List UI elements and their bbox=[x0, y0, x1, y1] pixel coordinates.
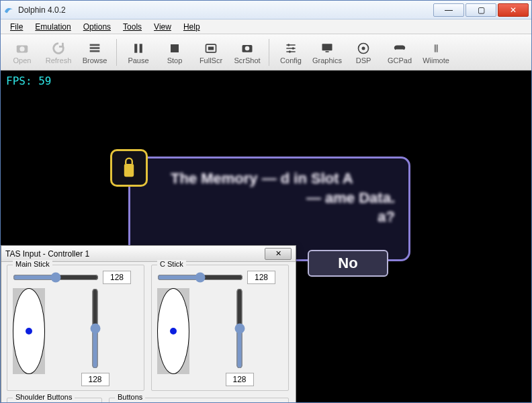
no-button[interactable]: No bbox=[308, 250, 388, 277]
svg-point-11 bbox=[245, 46, 250, 50]
gcpad-button[interactable]: GCPad bbox=[382, 36, 417, 69]
svg-point-13 bbox=[292, 47, 294, 49]
pause-icon bbox=[130, 40, 147, 56]
buttons-group: Buttons A B X Y L R Z Start Up bbox=[109, 398, 289, 402]
c-stick-group: C Stick 128 128 bbox=[151, 265, 289, 391]
svg-rect-3 bbox=[90, 47, 100, 49]
wiimote-button[interactable]: Wiimote bbox=[418, 36, 453, 69]
c-stick-x-value[interactable]: 128 bbox=[247, 271, 275, 284]
pause-button[interactable]: Pause bbox=[121, 36, 156, 69]
c-stick-y-value[interactable]: 128 bbox=[226, 373, 254, 386]
group-label: C Stick bbox=[157, 260, 186, 268]
remote-icon bbox=[427, 40, 445, 56]
screenshot-button[interactable]: ScrShot bbox=[230, 36, 265, 69]
browse-button[interactable]: Browse bbox=[77, 36, 112, 69]
group-label: Shoulder Buttons bbox=[13, 393, 75, 401]
shoulder-group: Shoulder Buttons 0 0 bbox=[7, 398, 102, 402]
warning-icon bbox=[110, 149, 148, 187]
toolbar-separator bbox=[269, 39, 269, 66]
svg-point-14 bbox=[289, 50, 291, 52]
main-stick-x-value[interactable]: 128 bbox=[103, 271, 131, 284]
dialog-text-line3: a? bbox=[171, 208, 395, 227]
open-button: Open bbox=[5, 36, 40, 69]
svg-rect-6 bbox=[140, 44, 142, 52]
svg-point-18 bbox=[362, 46, 365, 50]
svg-point-12 bbox=[287, 44, 290, 46]
menu-bar: File Emulation Options Tools View Help bbox=[1, 19, 531, 34]
dialog-text-line2: — ame Data. bbox=[171, 189, 395, 208]
list-icon bbox=[86, 40, 103, 56]
main-stick-pad[interactable] bbox=[13, 288, 45, 374]
c-stick-pad[interactable] bbox=[157, 288, 189, 374]
svg-point-1 bbox=[19, 46, 24, 51]
stop-button[interactable]: Stop bbox=[157, 36, 192, 69]
svg-rect-4 bbox=[90, 50, 100, 52]
main-stick-group: Main Stick 128 128 bbox=[7, 265, 144, 391]
svg-rect-20 bbox=[437, 44, 438, 52]
sliders-icon bbox=[282, 40, 300, 56]
window-title: Dolphin 4.0.2 bbox=[18, 5, 433, 15]
menu-options[interactable]: Options bbox=[78, 21, 116, 33]
tas-title-text: TAS Input - Controller 1 bbox=[5, 249, 265, 259]
toolbar: Open Refresh Browse Pause Stop FullScr S… bbox=[1, 34, 531, 71]
menu-help[interactable]: Help bbox=[178, 21, 206, 33]
svg-rect-21 bbox=[124, 164, 134, 177]
close-button[interactable]: ✕ bbox=[498, 3, 529, 17]
graphics-button[interactable]: Graphics bbox=[310, 36, 345, 69]
svg-rect-2 bbox=[90, 44, 100, 46]
gamepad-icon bbox=[391, 40, 408, 56]
game-viewport[interactable]: FPS: 59 The Memory — d in Slot A — ame D… bbox=[1, 71, 531, 402]
menu-view[interactable]: View bbox=[148, 21, 177, 33]
svg-rect-19 bbox=[435, 44, 436, 52]
menu-emulation[interactable]: Emulation bbox=[30, 21, 76, 33]
main-stick-y-slider[interactable] bbox=[52, 288, 138, 369]
svg-rect-15 bbox=[322, 44, 332, 50]
group-label: Buttons bbox=[115, 393, 145, 401]
config-button[interactable]: Config bbox=[273, 36, 308, 69]
camera-icon bbox=[13, 40, 31, 56]
fullscreen-button[interactable]: FullScr bbox=[193, 36, 228, 69]
dialog-text-line1: The Memory — d in Slot A bbox=[171, 169, 395, 189]
tas-input-window: TAS Input - Controller 1 ✕ Main Stick 12… bbox=[1, 245, 296, 402]
monitor-icon bbox=[318, 40, 336, 56]
group-label: Main Stick bbox=[13, 260, 52, 268]
refresh-button: Refresh bbox=[41, 36, 76, 69]
stop-icon bbox=[166, 40, 183, 56]
svg-rect-5 bbox=[134, 44, 137, 52]
toolbar-separator bbox=[116, 39, 117, 66]
maximize-button[interactable]: ▢ bbox=[466, 3, 496, 17]
c-stick-y-slider[interactable] bbox=[196, 288, 283, 369]
photo-icon bbox=[238, 40, 256, 56]
main-stick-y-value[interactable]: 128 bbox=[81, 373, 109, 386]
fps-counter: FPS: 59 bbox=[6, 75, 51, 87]
dsp-button[interactable]: DSP bbox=[346, 36, 381, 69]
disc-icon bbox=[355, 40, 372, 56]
svg-rect-9 bbox=[208, 46, 214, 50]
menu-file[interactable]: File bbox=[5, 21, 28, 33]
menu-tools[interactable]: Tools bbox=[118, 21, 147, 33]
svg-rect-16 bbox=[326, 51, 329, 52]
tas-close-button[interactable]: ✕ bbox=[265, 248, 292, 260]
refresh-icon bbox=[50, 40, 67, 56]
minimize-button[interactable]: ― bbox=[433, 3, 464, 17]
app-icon bbox=[3, 5, 14, 15]
fullscreen-icon bbox=[202, 40, 220, 56]
c-stick-x-slider[interactable] bbox=[157, 272, 243, 283]
main-window: Dolphin 4.0.2 ― ▢ ✕ File Emulation Optio… bbox=[0, 0, 532, 403]
main-stick-x-slider[interactable] bbox=[13, 272, 99, 283]
titlebar: Dolphin 4.0.2 ― ▢ ✕ bbox=[1, 1, 531, 19]
svg-rect-7 bbox=[171, 44, 179, 52]
